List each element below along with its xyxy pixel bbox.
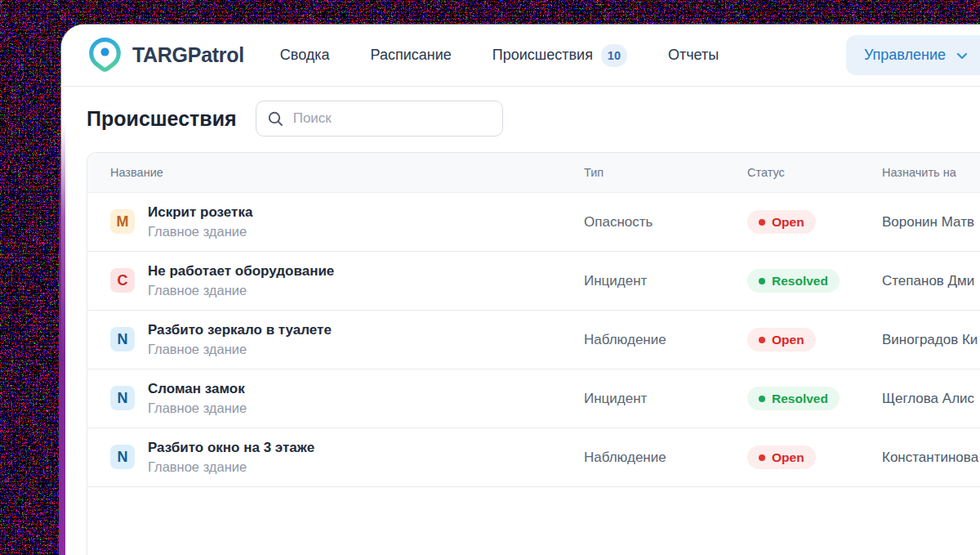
status-label: Resolved [772,392,828,406]
incident-type: Инцидент [584,391,747,407]
incident-title: Разбито зеркало в туалете [148,321,332,340]
status-badge: Open [747,210,816,234]
status-dot-icon [759,219,765,226]
status-dot-icon [759,337,765,343]
status-badge: Open [747,328,816,351]
status-dot-icon [759,396,765,402]
nav-item-incidents[interactable]: Происшествия 10 [492,44,627,67]
table-header-row: Название Тип Статус Назначить на [87,153,980,193]
incident-title: Сломан замок [148,380,247,399]
column-header-type: Тип [584,166,747,179]
search-icon [267,110,284,128]
nav-label: Управление [864,47,946,64]
brand-wordmark: TARGPatrol [132,43,244,67]
search-box[interactable] [256,101,503,137]
status-label: Open [772,215,804,230]
incident-location: Главное здание [148,340,332,358]
incident-location: Главное здание [148,458,314,476]
incidents-count-badge: 10 [601,44,627,67]
priority-badge: N [110,327,135,351]
incident-location: Главное здание [148,281,334,299]
nav-label: Сводка [280,47,330,64]
top-navigation-bar: TARGPatrol Сводка Расписание Происшестви… [61,25,980,87]
search-input[interactable] [292,110,492,128]
nav-item-schedule[interactable]: Расписание [371,47,452,64]
incidents-table: Название Тип Статус Назначить на M Искри… [87,152,980,555]
status-label: Open [772,450,804,465]
table-row[interactable]: N Разбито зеркало в туалете Главное здан… [87,311,980,369]
incident-type: Наблюдение [584,332,747,348]
column-header-assignee: Назначить на [882,166,980,179]
chevron-down-icon [956,49,969,62]
assignee: Виноградов Ки [882,332,980,348]
targpatrol-pin-icon [88,37,122,74]
decorative-purple-edge [59,123,65,555]
incident-title: Разбито окно на 3 этаже [148,439,314,458]
status-label: Open [772,333,804,347]
nav-item-management[interactable]: Управление [846,35,980,75]
table-row[interactable]: M Искрит розетка Главное здание Опасност… [87,193,980,252]
nav-item-summary[interactable]: Сводка [280,47,330,64]
assignee: Константинова [882,450,980,466]
assignee: Степанов Дми [882,273,980,289]
priority-badge: M [110,209,135,234]
page-header: Происшествия [87,101,980,137]
main-nav: Сводка Расписание Происшествия 10 Отчеты… [280,35,980,75]
incident-type: Инцидент [584,273,747,289]
table-row[interactable]: N Сломан замок Главное здание Инцидент R… [87,369,980,428]
page-title: Происшествия [87,107,237,131]
incident-location: Главное здание [148,222,252,240]
incident-type: Опасность [584,214,747,231]
assignee: Воронин Матв [882,214,980,231]
incident-type: Наблюдение [584,450,747,466]
priority-badge: N [110,445,135,469]
priority-badge: N [110,386,135,410]
priority-badge: C [110,268,135,293]
status-badge: Resolved [747,269,840,293]
nav-label: Расписание [371,47,452,64]
status-badge: Open [747,445,816,469]
status-badge: Resolved [747,387,840,410]
status-label: Resolved [772,274,828,289]
nav-label: Происшествия [492,47,593,64]
nav-label: Отчеты [668,47,719,64]
app-window: TARGPatrol Сводка Расписание Происшестви… [61,25,980,555]
screenshot-stage: TARGPatrol Сводка Расписание Происшестви… [0,0,980,555]
column-header-status: Статус [747,166,882,179]
incident-title: Искрит розетка [148,204,252,222]
assignee: Щеглова Алис [882,391,980,407]
status-dot-icon [759,454,765,461]
column-header-name: Название [110,166,584,179]
status-dot-icon [759,278,765,284]
page-content: Происшествия Название Тип Статус Назначи… [61,101,980,555]
incident-location: Главное здание [148,399,247,417]
brand-logo[interactable]: TARGPatrol [88,37,244,74]
table-row[interactable]: N Разбито окно на 3 этаже Главное здание… [87,428,980,487]
nav-item-reports[interactable]: Отчеты [668,47,719,64]
incident-title: Не работает оборудование [148,262,334,281]
table-row[interactable]: C Не работает оборудование Главное здани… [87,252,980,311]
